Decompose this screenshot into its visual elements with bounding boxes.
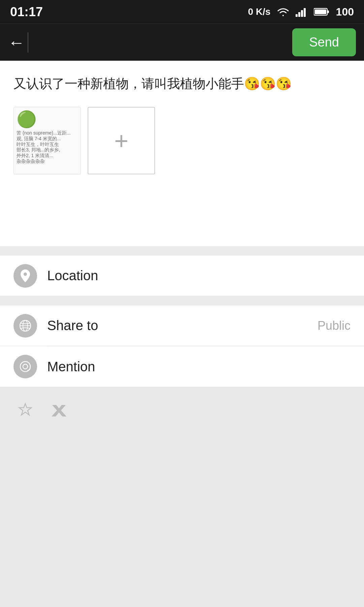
svg-rect-3 — [304, 8, 306, 17]
share-to-label: Share to — [47, 318, 317, 333]
svg-rect-6 — [327, 10, 329, 13]
add-image-button[interactable]: + — [88, 107, 155, 174]
twitter-icon-btn[interactable] — [47, 399, 71, 422]
svg-rect-0 — [296, 14, 298, 17]
mention-icon — [13, 355, 37, 378]
svg-rect-2 — [301, 10, 303, 17]
thumbnail-small-text: 苦 (non supreme)...近距...观, 活脑 7-4 米宽的...叶… — [17, 130, 70, 164]
status-time: 01:17 — [10, 5, 43, 19]
bottom-icons-section — [0, 387, 364, 434]
nav-bar: ← Send — [0, 24, 364, 61]
network-speed: 0 K/s — [248, 6, 271, 17]
svg-point-11 — [23, 364, 28, 369]
location-label: Location — [47, 268, 351, 283]
favorite-icon-btn[interactable] — [13, 399, 37, 422]
battery-icon — [314, 7, 330, 17]
plus-icon: + — [114, 128, 128, 153]
post-compose-area: 又认识了一种新植物，请叫我植物小能手😘😘😘 🟢 苦 (non supreme).… — [0, 61, 364, 246]
svg-rect-5 — [315, 9, 326, 14]
share-to-row[interactable]: Share to Public — [0, 306, 364, 346]
location-icon — [13, 264, 37, 288]
separator-1 — [0, 246, 364, 256]
post-text[interactable]: 又认识了一种新植物，请叫我植物小能手😘😘😘 — [13, 74, 351, 93]
svg-rect-1 — [298, 12, 300, 17]
options-section: Location Share to Public Mention — [0, 256, 364, 387]
share-to-icon — [13, 314, 37, 338]
images-row: 🟢 苦 (non supreme)...近距...观, 活脑 7-4 米宽的..… — [13, 107, 351, 174]
back-button[interactable]: ← — [8, 33, 25, 52]
battery-level: 100 — [336, 6, 354, 18]
signal-icon — [296, 7, 308, 17]
mention-label: Mention — [47, 359, 351, 374]
plant-emoji: 🟢 — [17, 110, 37, 129]
image-thumbnail[interactable]: 🟢 苦 (non supreme)...近距...观, 活脑 7-4 米宽的..… — [13, 107, 81, 174]
separator-2 — [0, 296, 364, 306]
share-to-value: Public — [317, 319, 351, 333]
location-row[interactable]: Location — [0, 256, 364, 296]
nav-divider — [28, 32, 28, 53]
mention-row[interactable]: Mention — [0, 346, 364, 387]
gray-area — [0, 434, 364, 607]
send-button[interactable]: Send — [292, 28, 356, 56]
wifi-icon — [277, 7, 290, 17]
status-bar: 01:17 0 K/s 100 — [0, 0, 364, 24]
status-right: 0 K/s 100 — [248, 6, 354, 18]
